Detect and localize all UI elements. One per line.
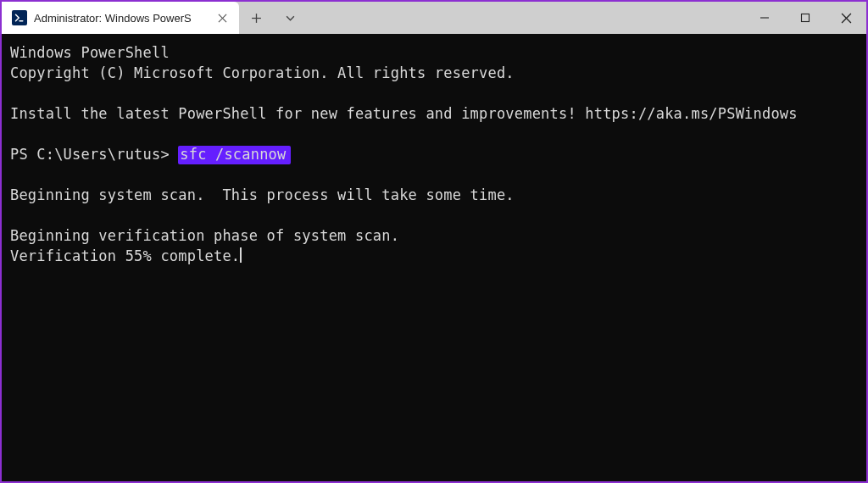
ps-header-line1: Windows PowerShell [10, 44, 170, 61]
prompt-prefix: PS C:\Users\rutus> [10, 146, 178, 163]
minimize-button[interactable] [744, 2, 785, 34]
window-titlebar: Administrator: Windows PowerS [2, 2, 866, 34]
titlebar-drag-area[interactable] [307, 2, 744, 34]
svg-rect-6 [802, 14, 810, 22]
output-line-verification-phase: Beginning verification phase of system s… [10, 227, 399, 244]
close-button[interactable] [826, 2, 866, 34]
tab-title: Administrator: Windows PowerS [34, 12, 205, 25]
tab-dropdown-button[interactable] [273, 2, 307, 34]
command-text: sfc /scannow [178, 146, 291, 164]
powershell-icon [12, 10, 27, 25]
output-line-scan-begin: Beginning system scan. This process will… [10, 186, 515, 203]
tab-active[interactable]: Administrator: Windows PowerS [2, 2, 239, 34]
tab-close-button[interactable] [212, 8, 232, 28]
ps-header-line2: Copyright (C) Microsoft Corporation. All… [10, 64, 515, 81]
window-controls [744, 2, 866, 34]
text-cursor [240, 247, 242, 263]
output-line-verification-progress: Verification 55% complete. [10, 247, 240, 264]
new-tab-button[interactable] [239, 2, 273, 34]
ps-install-message: Install the latest PowerShell for new fe… [10, 105, 798, 122]
terminal-output[interactable]: Windows PowerShell Copyright (C) Microso… [2, 34, 866, 481]
maximize-button[interactable] [785, 2, 826, 34]
